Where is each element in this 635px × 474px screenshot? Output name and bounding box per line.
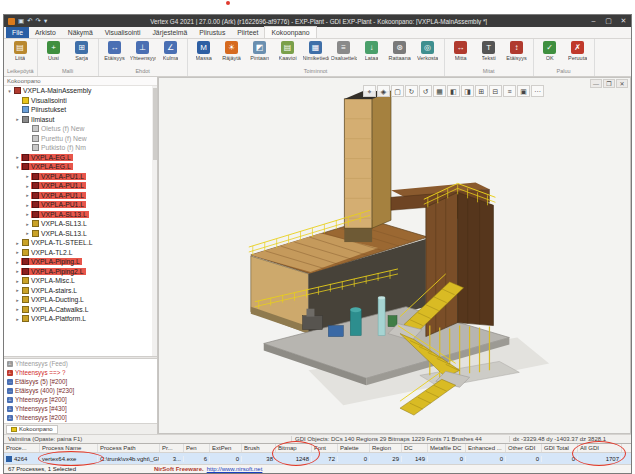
tree-item[interactable]: ▸ VXPLA-Ducting.L <box>4 295 157 305</box>
expand-arrow-icon[interactable]: ▸ <box>14 278 21 284</box>
viewport-tool-icon[interactable]: ▦ <box>433 85 446 97</box>
tree-item[interactable]: Piirustukset <box>4 105 157 115</box>
expand-arrow-icon[interactable]: ▸ <box>14 268 21 274</box>
tree-item[interactable]: ▸ VXPLA-PU1.L <box>4 200 157 210</box>
ribbon-tab[interactable]: Piirustus <box>193 27 231 38</box>
ribbon-button[interactable]: ▤Liitä <box>7 40 33 61</box>
ribbon-button[interactable]: ≡Osaluettelo <box>331 40 357 61</box>
viewport-tool-icon[interactable]: ◨ <box>461 85 474 97</box>
gdiview-column-header[interactable]: Other GDI <box>506 444 542 452</box>
viewport-close-button[interactable]: ✕ <box>616 79 628 88</box>
gdiview-column-header[interactable]: Proce... <box>4 444 40 452</box>
gdiview-column-header[interactable]: Region <box>370 444 402 452</box>
gdiview-column-header[interactable]: Process Path <box>98 444 160 452</box>
viewport-tool-icon[interactable]: ⌖ <box>363 85 376 97</box>
tree-item[interactable]: ▾ VXPLA-MainAssembly <box>4 86 157 96</box>
constraint-item[interactable]: ⊥ Yhteensyys ==> ? <box>4 368 157 377</box>
ribbon-tab[interactable]: Arkisto <box>29 27 62 38</box>
expand-arrow-icon[interactable]: ▸ <box>24 230 31 236</box>
ribbon-tab[interactable]: Kokoonpano <box>264 26 316 38</box>
expand-arrow-icon[interactable]: ▸ <box>14 154 21 160</box>
expand-arrow-icon[interactable]: ▸ <box>24 183 31 189</box>
tree-scrollbar[interactable] <box>152 86 157 356</box>
gdiview-column-header[interactable]: Pen <box>184 444 210 452</box>
gdiview-column-header[interactable]: Enhanced ... <box>466 444 506 452</box>
expand-arrow-icon[interactable]: ▸ <box>14 240 21 246</box>
viewport-minimize-button[interactable]: — <box>590 79 602 88</box>
tree-item[interactable]: Putkisto (f) Nm <box>4 143 157 153</box>
maximize-button[interactable]: ▢ <box>601 15 616 27</box>
constraint-item[interactable]: ⊥ Yhteensyys [#200] <box>4 413 157 422</box>
viewport-tool-icon[interactable]: ≡ <box>503 85 516 97</box>
gdiview-process-row[interactable]: 4264vertex64.exeC:\trunk\vx4b.vght\_GU..… <box>4 453 631 464</box>
ribbon-tab[interactable]: Näkymä <box>62 27 99 38</box>
quick-access-icon[interactable]: ↶ <box>27 15 32 27</box>
tree-item[interactable]: ▾ VXPLA-EG.L <box>4 162 157 172</box>
ribbon-button[interactable]: ▤Kaavioi <box>275 40 301 61</box>
expand-arrow-icon[interactable]: ▸ <box>14 316 21 322</box>
expand-arrow-icon[interactable]: ▸ <box>24 221 31 227</box>
tree-item[interactable]: ▸ VXPLA-Piping2.L <box>4 267 157 277</box>
tree-item[interactable]: ▸ VXPLA-TL2.L <box>4 248 157 258</box>
ribbon-tab[interactable]: Piirteet <box>231 27 264 38</box>
ribbon-tab[interactable]: File <box>6 27 29 38</box>
viewport-tool-icon[interactable]: ↺ <box>419 85 432 97</box>
3d-viewport[interactable]: ⌖◈▢↻↺▦◧◨⊞⊟≡▣⋯ — ❐ ✕ <box>158 77 631 434</box>
ribbon-button[interactable]: +Uusi <box>41 40 67 61</box>
ribbon-button[interactable]: ∠Kulma <box>158 40 184 61</box>
nirsoft-url-link[interactable]: http://www.nirsoft.net <box>207 466 263 472</box>
viewport-tool-icon[interactable]: ◧ <box>447 85 460 97</box>
viewport-tool-icon[interactable]: ⋯ <box>531 85 544 97</box>
constraint-item[interactable]: ↔ Etäisyys (400) [#230] <box>4 386 157 395</box>
tree-item[interactable]: ▸ VXPLA-SL13.L <box>4 229 157 239</box>
tree-item[interactable]: ▸ VXPLA-EG.L <box>4 153 157 163</box>
ribbon-button[interactable]: ⊞Sarja <box>69 40 95 61</box>
gdiview-column-header[interactable]: Brush <box>242 444 276 452</box>
tree-item[interactable]: Visualisointi <box>4 96 157 106</box>
ribbon-button[interactable]: ✗Peruuta <box>565 40 591 61</box>
expand-arrow-icon[interactable]: ▸ <box>14 259 21 265</box>
sidebar-tab-kokoonpano[interactable]: Kokoonpano <box>6 425 58 434</box>
tree-item[interactable]: ▸ VXPLA-Piping.L <box>4 257 157 267</box>
viewport-tool-icon[interactable]: ↻ <box>405 85 418 97</box>
tree-item[interactable]: Oletus (f) New <box>4 124 157 134</box>
ribbon-button[interactable]: MMassa <box>191 40 217 61</box>
viewport-tool-icon[interactable]: ⊞ <box>475 85 488 97</box>
ribbon-button[interactable]: ▦Nimiketiedot <box>303 40 329 61</box>
gdiview-column-header[interactable]: All GDI <box>578 444 622 452</box>
minimize-button[interactable]: – <box>586 15 601 27</box>
tree-item[interactable]: ▸ Ilmiasut <box>4 115 157 125</box>
ribbon-button[interactable]: ⊛Rattaana <box>387 40 413 61</box>
viewport-tool-icon[interactable]: ⊟ <box>489 85 502 97</box>
tree-scrollbar-thumb[interactable] <box>153 88 157 160</box>
ribbon-tab[interactable]: Järjestelmä <box>146 27 193 38</box>
tree-item[interactable]: ▸ VXPLA-SL13.L <box>4 219 157 229</box>
ribbon-button[interactable]: TTeksti <box>476 40 502 61</box>
ribbon-button[interactable]: ◩Pintaan <box>247 40 273 61</box>
gdiview-column-header[interactable]: DC <box>402 444 428 452</box>
gdiview-column-header[interactable]: Process Name <box>40 444 98 452</box>
ribbon-button[interactable]: ⊥Yhteensyys <box>130 40 156 61</box>
tree-item[interactable]: ▸ VXPLA-Misc.L <box>4 276 157 286</box>
quick-access-icon[interactable]: ↷ <box>36 15 41 27</box>
gdiview-column-header[interactable]: Palette <box>338 444 370 452</box>
close-button[interactable]: ✕ <box>616 15 631 27</box>
viewport-tool-icon[interactable]: ▣ <box>517 85 530 97</box>
expand-arrow-icon[interactable]: ▸ <box>14 306 21 312</box>
tree-item[interactable]: ▸ VXPLA-PU1.L <box>4 191 157 201</box>
tree-item[interactable]: ▸ VXPLA-stairs.L <box>4 286 157 296</box>
tree-item[interactable]: ▸ VXPLA-PU1.L <box>4 181 157 191</box>
expand-arrow-icon[interactable]: ▸ <box>14 297 21 303</box>
expand-arrow-icon[interactable]: ▸ <box>24 192 31 198</box>
gdiview-column-header[interactable]: GDI Total <box>542 444 578 452</box>
expand-arrow-icon[interactable]: ▸ <box>24 173 31 179</box>
ribbon-button[interactable]: ↕Etäisyys <box>504 40 530 61</box>
tree-item[interactable]: ▸ VXPLA-Catwalks.L <box>4 305 157 315</box>
expand-arrow-icon[interactable]: ▾ <box>14 164 21 170</box>
tree-item[interactable]: ▸ VXPLA-Platform.L <box>4 314 157 324</box>
expand-arrow-icon[interactable]: ▸ <box>14 249 21 255</box>
expand-arrow-icon[interactable]: ▾ <box>6 88 13 94</box>
constraint-item[interactable]: ↔ Etäisyys (5) [#200] <box>4 377 157 386</box>
tree-item[interactable]: ▸ VXPLA-SL13.L <box>4 210 157 220</box>
ribbon-tab[interactable]: Visualisointi <box>99 27 147 38</box>
